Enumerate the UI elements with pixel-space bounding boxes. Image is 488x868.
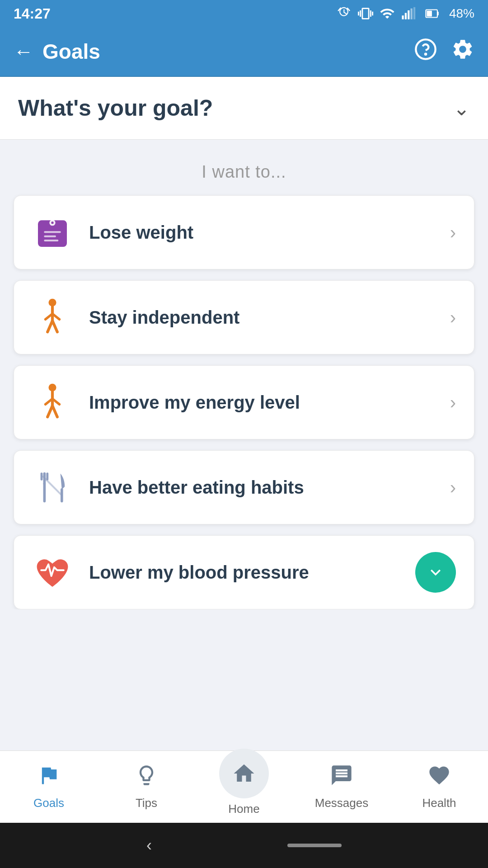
svg-line-27 <box>52 406 57 417</box>
app-bar-left: ← Goals <box>14 39 100 64</box>
goal-item-energy-level[interactable]: Improve my energy level › <box>14 365 474 439</box>
svg-rect-14 <box>44 236 56 237</box>
flag-icon <box>37 764 61 793</box>
vibrate-icon <box>358 6 373 21</box>
nav-item-messages[interactable]: Messages <box>293 764 390 810</box>
svg-rect-3 <box>410 9 412 19</box>
nav-label-health: Health <box>422 796 456 810</box>
goal-item-lose-weight[interactable]: Lose weight › <box>14 195 474 269</box>
goal-header-title: What's your goal? <box>18 95 213 121</box>
nav-label-tips: Tips <box>136 796 157 810</box>
nav-item-health[interactable]: Health <box>390 764 488 810</box>
utensils-icon <box>32 467 73 508</box>
home-sys-button[interactable] <box>287 844 342 847</box>
goal-item-blood-pressure[interactable]: Lower my blood pressure <box>14 535 474 609</box>
help-button[interactable] <box>414 38 437 66</box>
goal-item-stay-independent[interactable]: Stay independent › <box>14 280 474 354</box>
svg-rect-4 <box>413 7 415 19</box>
goal-chevron-lose-weight: › <box>450 222 456 243</box>
blood-pressure-chevron-circle[interactable] <box>415 552 456 593</box>
nav-item-home[interactable]: Home <box>195 758 293 816</box>
signal-icon <box>401 6 417 21</box>
goal-item-left: Lose weight <box>32 212 193 253</box>
battery-icon <box>423 6 443 21</box>
svg-line-34 <box>43 476 62 495</box>
scale-icon <box>32 212 73 253</box>
message-icon <box>330 764 353 793</box>
wifi-icon <box>380 6 395 21</box>
main-content: What's your goal? ⌄ I want to... Los <box>0 77 488 609</box>
back-sys-button[interactable]: ‹ <box>146 836 152 855</box>
goal-chevron-eating-habits: › <box>450 477 456 498</box>
app-bar: ← Goals <box>0 27 488 77</box>
svg-rect-1 <box>405 13 407 19</box>
nav-label-messages: Messages <box>315 796 369 810</box>
bottom-nav: Goals Tips Home Messages Health <box>0 750 488 823</box>
svg-rect-13 <box>44 231 61 233</box>
goal-item-eating-habits[interactable]: Have better eating habits › <box>14 450 474 524</box>
system-nav: ‹ <box>0 823 488 868</box>
alarm-icon <box>336 6 352 21</box>
walk-icon-1 <box>32 297 73 338</box>
goal-chevron-stay-independent: › <box>450 307 456 328</box>
goal-label-lose-weight: Lose weight <box>89 222 193 243</box>
bulb-icon <box>135 764 158 793</box>
walk-icon-2 <box>32 382 73 423</box>
goal-label-blood-pressure: Lower my blood pressure <box>89 562 309 583</box>
goal-item-left: Stay independent <box>32 297 239 338</box>
svg-line-21 <box>52 321 57 332</box>
app-bar-title: Goals <box>42 39 100 64</box>
svg-rect-15 <box>44 240 58 241</box>
goal-item-left: Lower my blood pressure <box>32 552 309 593</box>
goal-label-stay-independent: Stay independent <box>89 307 239 328</box>
back-button[interactable]: ← <box>14 40 33 63</box>
goal-header-chevron: ⌄ <box>453 97 470 120</box>
goal-item-left: Have better eating habits <box>32 467 304 508</box>
svg-rect-7 <box>437 12 439 16</box>
svg-rect-6 <box>427 11 432 17</box>
nav-label-home: Home <box>228 802 259 816</box>
svg-rect-0 <box>402 15 404 19</box>
goal-chevron-energy-level: › <box>450 392 456 413</box>
goal-item-left: Improve my energy level <box>32 382 300 423</box>
app-bar-right <box>414 38 474 66</box>
nav-label-goals: Goals <box>33 796 64 810</box>
home-circle <box>219 749 269 798</box>
svg-point-12 <box>51 222 53 224</box>
battery-percent: 48% <box>449 6 474 21</box>
goal-header[interactable]: What's your goal? ⌄ <box>0 77 488 140</box>
svg-rect-2 <box>408 10 409 19</box>
health-heart-icon <box>427 764 451 793</box>
status-icons: 48% <box>336 6 474 21</box>
status-bar: 14:27 48% <box>0 0 488 27</box>
goals-list: Lose weight › Stay independent <box>0 195 488 609</box>
heart-pulse-icon <box>32 552 73 593</box>
nav-item-tips[interactable]: Tips <box>98 764 195 810</box>
status-time: 14:27 <box>14 5 51 22</box>
nav-item-goals[interactable]: Goals <box>0 764 98 810</box>
goal-label-eating-habits: Have better eating habits <box>89 477 304 498</box>
settings-button[interactable] <box>451 38 474 66</box>
goal-label-energy-level: Improve my energy level <box>89 392 300 413</box>
prompt-text: I want to... <box>0 140 488 195</box>
